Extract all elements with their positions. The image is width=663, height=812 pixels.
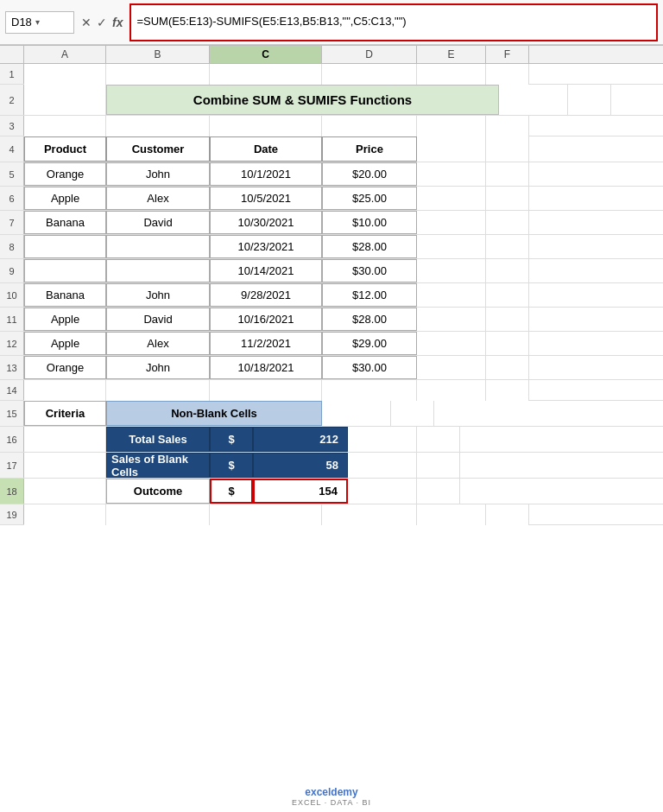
cell-c19[interactable] [106,504,210,525]
cell-blank-sales-label[interactable]: Sales of Blank Cells [106,453,210,478]
cell-nonblank-header[interactable]: Non-Blank Cells [106,401,322,426]
cell-d8[interactable]: 10/23/2021 [210,235,322,258]
cell-g10[interactable] [486,283,529,307]
header-price[interactable]: Price [322,136,417,162]
cell-b3[interactable] [106,116,210,136]
cell-f18[interactable] [348,479,417,504]
cell-e2[interactable] [499,85,568,115]
cell-b9[interactable] [24,259,106,282]
cell-e19[interactable] [322,504,417,525]
cell-g18[interactable] [417,479,460,504]
cell-e4[interactable] [417,136,486,162]
formula-input[interactable]: =SUM(E5:E13)-SUMIFS(E5:E13,B5:B13,"",C5:… [129,3,658,41]
cell-g11[interactable] [486,308,529,331]
cell-g5[interactable] [486,162,529,186]
cell-f12[interactable] [417,332,486,355]
cell-outcome-value[interactable]: 154 [253,479,348,504]
cell-d13[interactable]: 10/18/2021 [210,356,322,379]
header-customer[interactable]: Customer [106,136,210,162]
cell-d14[interactable] [210,380,322,401]
cell-g7[interactable] [486,211,529,234]
col-header-c[interactable]: C [210,46,322,63]
cell-e3[interactable] [417,116,486,136]
cell-f7[interactable] [417,211,486,234]
cell-f11[interactable] [417,308,486,331]
cell-d19[interactable] [210,504,322,525]
cell-d5[interactable]: 10/1/2021 [210,162,322,186]
cell-c13[interactable]: John [106,356,210,379]
cell-f17[interactable] [348,453,417,478]
cell-e5[interactable]: $20.00 [322,162,417,186]
cell-a2[interactable] [24,85,106,115]
cell-g6[interactable] [486,187,529,210]
cell-c10[interactable]: John [106,283,210,307]
cell-blank-sales-symbol[interactable]: $ [210,453,253,478]
cell-total-sales-symbol[interactable]: $ [210,427,253,452]
cell-c6[interactable]: Alex [106,187,210,210]
cell-g8[interactable] [486,235,529,258]
cell-c8[interactable] [106,235,210,258]
cell-e6[interactable]: $25.00 [322,187,417,210]
cell-b18[interactable] [24,479,106,504]
cell-e12[interactable]: $29.00 [322,332,417,355]
cell-c11[interactable]: David [106,308,210,331]
cell-e13[interactable]: $30.00 [322,356,417,379]
cell-outcome-label[interactable]: Outcome [106,479,210,504]
cell-g15[interactable] [391,401,434,426]
cell-d6[interactable]: 10/5/2021 [210,187,322,210]
cell-total-sales-value[interactable]: 212 [253,427,348,452]
cell-total-sales-label[interactable]: Total Sales [106,427,210,452]
cell-g12[interactable] [486,332,529,355]
cell-f1[interactable] [486,64,529,85]
title-cell[interactable]: Combine SUM & SUMIFS Functions [106,85,499,115]
cell-c1[interactable] [210,64,322,85]
cell-g19[interactable] [486,504,529,525]
cell-b11[interactable]: Apple [24,308,106,331]
cell-c3[interactable] [210,116,322,136]
cell-c7[interactable]: David [106,211,210,234]
cell-f8[interactable] [417,235,486,258]
cell-b7[interactable]: Banana [24,211,106,234]
cell-b16[interactable] [24,427,106,452]
insert-function-icon[interactable]: fx [112,16,123,29]
cell-b5[interactable]: Orange [24,162,106,186]
header-date[interactable]: Date [210,136,322,162]
cell-b1[interactable] [106,64,210,85]
cell-reference-box[interactable]: D18 ▾ [5,11,74,34]
cell-e11[interactable]: $28.00 [322,308,417,331]
cell-c9[interactable] [106,259,210,282]
header-product[interactable]: Product [24,136,106,162]
cell-c12[interactable]: Alex [106,332,210,355]
cell-g9[interactable] [486,259,529,282]
cell-ref-dropdown-icon[interactable]: ▾ [35,17,40,27]
cell-outcome-symbol[interactable]: $ [210,479,253,504]
col-header-a[interactable]: A [24,46,106,63]
cell-e9[interactable]: $30.00 [322,259,417,282]
cell-e7[interactable]: $10.00 [322,211,417,234]
cell-d11[interactable]: 10/16/2021 [210,308,322,331]
cell-d3[interactable] [322,116,417,136]
cell-f10[interactable] [417,283,486,307]
cell-a3[interactable] [24,116,106,136]
cell-b13[interactable]: Orange [24,356,106,379]
col-header-e[interactable]: E [417,46,486,63]
cell-d12[interactable]: 11/2/2021 [210,332,322,355]
cell-f19[interactable] [417,504,486,525]
cell-b19[interactable] [24,504,106,525]
cell-b17[interactable] [24,453,106,478]
cell-e14[interactable] [322,380,417,401]
cell-f16[interactable] [348,427,417,452]
cell-f2[interactable] [568,85,611,115]
cell-g14[interactable] [486,380,529,401]
cell-c14[interactable] [106,380,210,401]
cell-d7[interactable]: 10/30/2021 [210,211,322,234]
cell-criteria-label[interactable]: Criteria [24,401,106,426]
cell-b12[interactable]: Apple [24,332,106,355]
cell-d1[interactable] [322,64,417,85]
cell-b6[interactable]: Apple [24,187,106,210]
cell-c5[interactable]: John [106,162,210,186]
cell-d10[interactable]: 9/28/2021 [210,283,322,307]
cell-f5[interactable] [417,162,486,186]
cell-g16[interactable] [417,427,460,452]
cell-f14[interactable] [417,380,486,401]
